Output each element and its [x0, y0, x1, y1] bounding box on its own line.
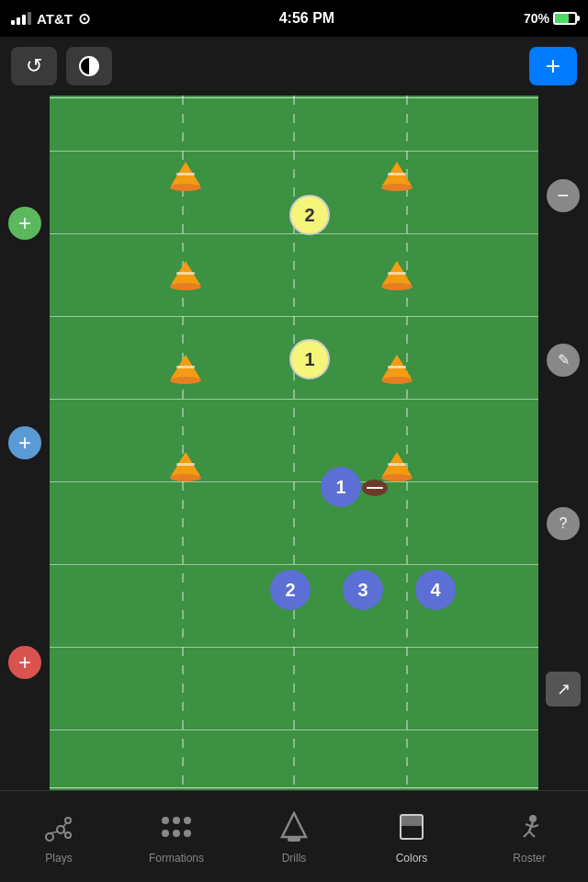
nav-plays[interactable]: Plays [0, 791, 118, 882]
nav-roster-label: Roster [513, 852, 545, 865]
battery-pct-label: 70% [524, 11, 549, 26]
nav-roster[interactable]: Roster [470, 791, 588, 882]
yard-line-3 [50, 316, 538, 317]
yard-line-6 [50, 564, 538, 565]
nav-plays-label: Plays [45, 852, 72, 865]
yard-line-2 [50, 233, 538, 234]
nav-formations-label: Formations [149, 852, 204, 865]
formations-icon [158, 809, 195, 846]
yard-line-5 [50, 481, 538, 482]
add-red-button[interactable]: + [8, 646, 41, 679]
plus-red-icon: + [18, 650, 31, 675]
export-icon: ↗ [557, 679, 571, 699]
svg-line-3 [50, 831, 59, 833]
add-icon: + [546, 51, 560, 81]
field-container: + + + [0, 96, 588, 790]
add-blue-button[interactable]: + [8, 426, 41, 459]
svg-point-10 [162, 830, 169, 837]
svg-point-12 [184, 830, 191, 837]
nav-formations[interactable]: Formations [118, 791, 235, 882]
refresh-button[interactable]: ↺ [11, 47, 57, 85]
svg-point-2 [65, 818, 71, 823]
player-blue-2[interactable]: 2 [270, 570, 311, 610]
minus-button[interactable]: − [547, 179, 580, 212]
toolbar: ↺ + [0, 37, 588, 96]
football-field[interactable]: 2 1 1 2 3 4 [50, 96, 538, 790]
svg-point-7 [162, 817, 169, 824]
battery-icon [553, 12, 577, 25]
player-blue-3[interactable]: 3 [343, 570, 383, 610]
svg-point-0 [46, 833, 53, 841]
drills-icon [276, 809, 312, 846]
player-label: 3 [357, 580, 368, 601]
yard-line-border-top [50, 97, 538, 98]
svg-point-9 [184, 817, 191, 824]
bottom-nav: Plays Formations Drills [0, 790, 588, 882]
edit-icon: ✎ [558, 351, 570, 368]
player-label: 2 [304, 205, 314, 226]
refresh-icon: ↺ [26, 54, 42, 78]
svg-rect-14 [288, 837, 300, 842]
svg-point-11 [173, 830, 180, 837]
yard-line-4 [50, 399, 538, 400]
plus-blue-icon: + [18, 430, 31, 456]
svg-rect-16 [401, 815, 423, 826]
player-label: 2 [285, 580, 295, 601]
nav-colors-label: Colors [396, 852, 428, 865]
football [362, 480, 388, 496]
svg-line-20 [529, 831, 535, 837]
nav-colors[interactable]: Colors [353, 791, 470, 882]
carrier-label: AT&T [37, 11, 73, 27]
player-blue-4[interactable]: 4 [415, 570, 456, 610]
player-label: 1 [335, 477, 345, 498]
player-yellow-1[interactable]: 1 [289, 339, 330, 379]
yard-line-border-bottom [50, 787, 538, 788]
wifi-icon: ⊙ [78, 10, 90, 28]
minus-icon: − [558, 184, 570, 208]
add-button[interactable]: + [529, 47, 577, 85]
roster-icon [511, 809, 548, 846]
contrast-button[interactable] [66, 47, 112, 85]
edit-button[interactable]: ✎ [547, 344, 580, 377]
nav-drills[interactable]: Drills [235, 791, 353, 882]
svg-line-4 [62, 822, 67, 828]
left-sidebar: + + + [0, 96, 50, 790]
yard-line-1 [50, 151, 538, 152]
time-label: 4:56 PM [279, 10, 334, 27]
signal-bars [11, 12, 31, 25]
left-hash-marks [182, 96, 184, 790]
svg-line-19 [524, 831, 529, 837]
help-button[interactable]: ? [547, 507, 580, 540]
svg-point-8 [173, 817, 180, 824]
svg-point-17 [529, 815, 537, 822]
add-green-button[interactable]: + [8, 207, 41, 240]
right-hash-marks [406, 96, 408, 790]
question-icon: ? [560, 515, 568, 532]
yard-line-7 [50, 647, 538, 648]
player-label: 4 [430, 580, 440, 601]
svg-marker-13 [282, 813, 306, 837]
plays-icon [40, 809, 77, 846]
plus-green-icon: + [18, 210, 31, 236]
right-sidebar: − ✎ ? ↗ [538, 96, 588, 790]
player-blue-1[interactable]: 1 [321, 467, 361, 507]
contrast-icon [79, 56, 99, 76]
export-button[interactable]: ↗ [546, 672, 581, 707]
yard-line-8 [50, 729, 538, 730]
player-yellow-2[interactable]: 2 [289, 195, 330, 235]
colors-icon [393, 809, 430, 846]
nav-drills-label: Drills [282, 852, 307, 865]
status-bar: AT&T ⊙ 4:56 PM 70% [0, 0, 588, 37]
status-left: AT&T ⊙ [11, 10, 90, 28]
player-label: 1 [304, 349, 314, 370]
status-right: 70% [524, 11, 577, 26]
svg-line-22 [533, 825, 538, 827]
